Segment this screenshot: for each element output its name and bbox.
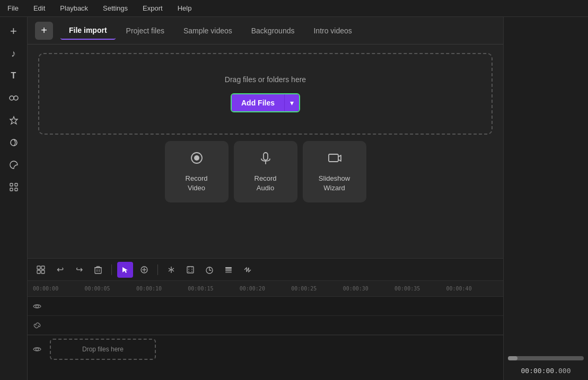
- record-audio-icon: [258, 151, 273, 169]
- record-audio-card[interactable]: RecordAudio: [234, 141, 297, 202]
- right-panel: 00:00:00 .000: [503, 17, 588, 380]
- sidebar-effects-btn[interactable]: [4, 110, 24, 130]
- svg-rect-30: [225, 269, 232, 271]
- menu-help[interactable]: Help: [175, 2, 194, 14]
- add-files-dropdown-button[interactable]: ▾: [284, 94, 299, 111]
- ruler-mark-0: 00:00:00: [33, 286, 84, 291]
- crop-tl-btn[interactable]: [182, 262, 198, 278]
- timeline-section: ↩ ↪: [28, 258, 503, 380]
- timeline-ruler: 00:00:00 00:00:05 00:00:10 00:00:15 00:0…: [28, 281, 503, 297]
- track-row-video: [28, 297, 503, 316]
- timecode-ms-display: .000: [554, 367, 571, 375]
- sidebar-transitions-btn[interactable]: [4, 88, 24, 108]
- svg-rect-13: [37, 266, 40, 269]
- tab-project-files[interactable]: Project files: [118, 22, 173, 39]
- undo-btn[interactable]: ↩: [52, 262, 68, 278]
- drop-files-eye-icon: [28, 346, 47, 352]
- split-btn[interactable]: [163, 262, 179, 278]
- slideshow-wizard-icon: [327, 151, 342, 169]
- slideshow-wizard-card[interactable]: SlideshowWizard: [303, 141, 366, 202]
- ruler-mark-4: 00:00:20: [240, 286, 291, 291]
- track-video-eye-icon[interactable]: [28, 303, 47, 310]
- svg-rect-31: [225, 271, 232, 273]
- menu-playback[interactable]: Playback: [58, 2, 90, 14]
- sidebar-text-btn[interactable]: T: [4, 66, 24, 86]
- svg-point-1: [14, 96, 18, 100]
- main-layout: + ♪ T + File: [0, 17, 588, 380]
- toolbar-separator-2: [157, 264, 158, 275]
- track-video-content: [47, 297, 503, 315]
- add-track-btn[interactable]: [33, 262, 49, 278]
- drop-files-zone[interactable]: Drop files here: [50, 339, 156, 360]
- svg-rect-14: [41, 266, 45, 269]
- svg-rect-4: [10, 183, 13, 186]
- track-link-icon[interactable]: [28, 322, 47, 329]
- svg-point-32: [36, 305, 39, 307]
- menu-edit[interactable]: Edit: [31, 2, 47, 14]
- sidebar-music-btn[interactable]: ♪: [4, 43, 24, 64]
- drop-files-label: Drop files here: [82, 346, 124, 353]
- menu-settings[interactable]: Settings: [101, 2, 130, 14]
- ruler-marks: 00:00:00 00:00:05 00:00:10 00:00:15 00:0…: [33, 286, 498, 291]
- ruler-mark-5: 00:00:25: [291, 286, 343, 291]
- speed-btn[interactable]: [201, 262, 217, 278]
- action-cards: RecordVideo RecordAudio: [28, 141, 503, 211]
- tab-backgrounds[interactable]: Backgrounds: [243, 22, 303, 39]
- delete-btn[interactable]: [90, 262, 106, 278]
- svg-point-3: [11, 139, 17, 146]
- track-link-content: [47, 316, 503, 334]
- ruler-mark-1: 00:00:05: [84, 286, 136, 291]
- track-row-link: [28, 316, 503, 335]
- menu-bar: File Edit Playback Settings Export Help: [0, 0, 588, 17]
- sidebar-sticker-btn[interactable]: [4, 155, 24, 175]
- svg-rect-17: [95, 268, 101, 273]
- ruler-mark-6: 00:00:30: [343, 286, 394, 291]
- add-media-button[interactable]: +: [35, 22, 53, 40]
- svg-rect-7: [15, 188, 17, 191]
- svg-rect-10: [264, 153, 268, 160]
- tab-file-import[interactable]: File import: [60, 22, 116, 40]
- svg-rect-6: [10, 188, 13, 191]
- redo-btn[interactable]: ↪: [71, 262, 87, 278]
- preview-scrollbar[interactable]: [508, 356, 584, 360]
- drop-zone[interactable]: Drag files or folders here Add Files ▾: [38, 53, 493, 135]
- audio-mix-btn[interactable]: [240, 262, 256, 278]
- svg-rect-15: [37, 270, 40, 273]
- record-audio-label: RecordAudio: [254, 174, 277, 193]
- left-sidebar: + ♪ T: [0, 17, 28, 380]
- ripple-btn[interactable]: [136, 262, 152, 278]
- svg-rect-16: [41, 270, 45, 273]
- svg-marker-2: [10, 117, 17, 124]
- timeline-tracks: Drop files here: [28, 297, 503, 380]
- color-btn[interactable]: [221, 262, 236, 278]
- svg-rect-12: [329, 154, 338, 162]
- svg-point-9: [194, 155, 199, 161]
- record-video-label: RecordVideo: [186, 174, 208, 193]
- svg-rect-25: [187, 267, 194, 273]
- timeline-toolbar: ↩ ↪: [28, 259, 503, 281]
- tab-intro-videos[interactable]: Intro videos: [305, 22, 360, 39]
- svg-point-33: [36, 348, 39, 350]
- svg-rect-29: [225, 267, 232, 269]
- drop-zone-text: Drag files or folders here: [225, 75, 306, 84]
- preview-scrollbar-thumb: [508, 356, 517, 360]
- ruler-mark-7: 00:00:35: [394, 286, 446, 291]
- sidebar-plugins-btn[interactable]: [4, 177, 24, 197]
- svg-point-0: [10, 96, 14, 100]
- ruler-mark-8: 00:00:40: [446, 286, 498, 291]
- toolbar-separator-1: [111, 264, 112, 275]
- ruler-mark-2: 00:00:10: [136, 286, 188, 291]
- timecode-display: 00:00:00: [521, 367, 555, 375]
- sidebar-add-btn[interactable]: +: [4, 21, 24, 41]
- sidebar-crop-btn[interactable]: [4, 132, 24, 153]
- ruler-mark-3: 00:00:15: [188, 286, 239, 291]
- slideshow-wizard-label: SlideshowWizard: [319, 174, 350, 193]
- svg-rect-5: [15, 183, 17, 186]
- menu-file[interactable]: File: [5, 2, 21, 14]
- pointer-btn[interactable]: [117, 262, 133, 278]
- tab-bar: + File import Project files Sample video…: [28, 17, 503, 45]
- tab-sample-videos[interactable]: Sample videos: [175, 22, 241, 39]
- menu-export[interactable]: Export: [141, 2, 165, 14]
- record-video-card[interactable]: RecordVideo: [165, 141, 229, 202]
- add-files-button[interactable]: Add Files: [232, 94, 284, 111]
